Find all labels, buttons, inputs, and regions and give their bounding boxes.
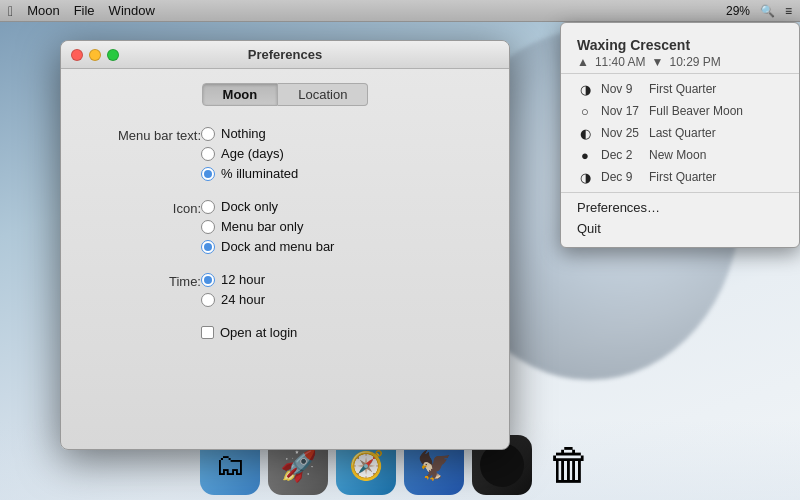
set-arrow: ▼: [652, 55, 664, 69]
tab-moon[interactable]: Moon: [202, 83, 279, 106]
radio-menu-bar-only[interactable]: [201, 220, 215, 234]
phase-name-1: Full Beaver Moon: [649, 104, 783, 118]
menu-bar-text-label: Menu bar text:: [81, 126, 201, 181]
option-age-days-label: Age (days): [221, 146, 284, 161]
icon-section: Icon: Dock only Menu bar only Dock and m…: [81, 199, 489, 254]
option-dock-only-label: Dock only: [221, 199, 278, 214]
close-button[interactable]: [71, 49, 83, 61]
trash-icon: 🗑: [548, 440, 592, 490]
window-menu[interactable]: Window: [109, 3, 155, 18]
phase-row-2[interactable]: ◐ Nov 25 Last Quarter: [561, 122, 799, 144]
radio-age-days[interactable]: [201, 147, 215, 161]
radio-12-hour[interactable]: [201, 273, 215, 287]
phase-icon-1: ○: [577, 103, 593, 119]
option-percent-illuminated[interactable]: % illuminated: [201, 166, 298, 181]
dropdown-menu: Waxing Crescent ▲ 11:40 AM ▼ 10:29 PM ◑ …: [560, 22, 800, 248]
menu-bar-text-section: Menu bar text: Nothing Age (days) % illu…: [81, 126, 489, 181]
app-name-menu[interactable]: Moon: [27, 3, 60, 18]
minimize-button[interactable]: [89, 49, 101, 61]
phase-icon-4: ◑: [577, 169, 593, 185]
search-icon[interactable]: 🔍: [760, 4, 775, 18]
preferences-content: Menu bar text: Nothing Age (days) % illu…: [61, 126, 509, 340]
option-dock-only[interactable]: Dock only: [201, 199, 334, 214]
radio-percent-illuminated[interactable]: [201, 167, 215, 181]
radio-24-hour[interactable]: [201, 293, 215, 307]
xcode-icon: 🦅: [417, 449, 452, 482]
tab-location[interactable]: Location: [278, 83, 368, 106]
phase-date-1: Nov 17: [601, 104, 641, 118]
option-24-hour[interactable]: 24 hour: [201, 292, 265, 307]
window-title: Preferences: [248, 47, 322, 62]
phase-icon-2: ◐: [577, 125, 593, 141]
icon-options: Dock only Menu bar only Dock and menu ba…: [201, 199, 334, 254]
option-nothing-label: Nothing: [221, 126, 266, 141]
option-menu-bar-only[interactable]: Menu bar only: [201, 219, 334, 234]
radio-dock-only[interactable]: [201, 200, 215, 214]
maximize-button[interactable]: [107, 49, 119, 61]
safari-icon: 🧭: [349, 449, 384, 482]
phase-date-3: Dec 2: [601, 148, 641, 162]
phase-name-2: Last Quarter: [649, 126, 783, 140]
phase-row-0[interactable]: ◑ Nov 9 First Quarter: [561, 78, 799, 100]
quit-action[interactable]: Quit: [561, 218, 799, 239]
checkbox-open-at-login-box[interactable]: [201, 326, 214, 339]
phase-date-2: Nov 25: [601, 126, 641, 140]
radio-dock-and-menu-bar[interactable]: [201, 240, 215, 254]
phase-date-4: Dec 9: [601, 170, 641, 184]
phase-date-0: Nov 9: [601, 82, 641, 96]
phase-name-0: First Quarter: [649, 82, 783, 96]
icon-label: Icon:: [81, 199, 201, 254]
rise-arrow: ▲: [577, 55, 589, 69]
phase-name-3: New Moon: [649, 148, 783, 162]
set-time: 10:29 PM: [669, 55, 720, 69]
option-menu-bar-only-label: Menu bar only: [221, 219, 303, 234]
dropdown-divider: [561, 192, 799, 193]
window-titlebar: Preferences: [61, 41, 509, 69]
menu-bar-right: 29% 🔍 ≡: [726, 4, 792, 18]
phase-icon-0: ◑: [577, 81, 593, 97]
open-at-login-label: Open at login: [220, 325, 297, 340]
preferences-action[interactable]: Preferences…: [561, 197, 799, 218]
radio-nothing[interactable]: [201, 127, 215, 141]
option-12-hour[interactable]: 12 hour: [201, 272, 265, 287]
preferences-window: Preferences Moon Location Menu bar text:…: [60, 40, 510, 450]
open-at-login-option: Open at login: [201, 325, 297, 340]
tab-control: Moon Location: [61, 83, 509, 106]
open-at-login-label-empty: [81, 325, 201, 340]
option-dock-and-menu-bar[interactable]: Dock and menu bar: [201, 239, 334, 254]
time-section: Time: 12 hour 24 hour: [81, 272, 489, 307]
dropdown-times: ▲ 11:40 AM ▼ 10:29 PM: [577, 55, 783, 69]
option-dock-and-menu-bar-label: Dock and menu bar: [221, 239, 334, 254]
apple-menu[interactable]: : [8, 3, 13, 19]
checkbox-open-at-login[interactable]: Open at login: [201, 325, 297, 340]
rise-time: 11:40 AM: [595, 55, 646, 69]
phase-name-4: First Quarter: [649, 170, 783, 184]
phase-row-1[interactable]: ○ Nov 17 Full Beaver Moon: [561, 100, 799, 122]
open-at-login-section: Open at login: [81, 325, 489, 340]
option-age-days[interactable]: Age (days): [201, 146, 298, 161]
option-nothing[interactable]: Nothing: [201, 126, 298, 141]
menu-bar-text-options: Nothing Age (days) % illuminated: [201, 126, 298, 181]
battery-percentage: 29%: [726, 4, 750, 18]
menu-bar:  Moon File Window 29% 🔍 ≡: [0, 0, 800, 22]
phase-row-3[interactable]: ● Dec 2 New Moon: [561, 144, 799, 166]
file-menu[interactable]: File: [74, 3, 95, 18]
list-icon[interactable]: ≡: [785, 4, 792, 18]
option-percent-label: % illuminated: [221, 166, 298, 181]
dock-item-trash[interactable]: 🗑: [540, 435, 600, 495]
phase-row-4[interactable]: ◑ Dec 9 First Quarter: [561, 166, 799, 188]
finder-icon: 🗂: [215, 448, 245, 482]
option-24-hour-label: 24 hour: [221, 292, 265, 307]
launchpad-icon: 🚀: [280, 448, 317, 483]
time-options: 12 hour 24 hour: [201, 272, 265, 307]
time-label: Time:: [81, 272, 201, 307]
dropdown-title: Waxing Crescent: [577, 37, 783, 53]
window-controls: [71, 49, 119, 61]
dropdown-header: Waxing Crescent ▲ 11:40 AM ▼ 10:29 PM: [561, 31, 799, 74]
menu-bar-left:  Moon File Window: [8, 3, 155, 19]
phase-icon-3: ●: [577, 147, 593, 163]
option-12-hour-label: 12 hour: [221, 272, 265, 287]
